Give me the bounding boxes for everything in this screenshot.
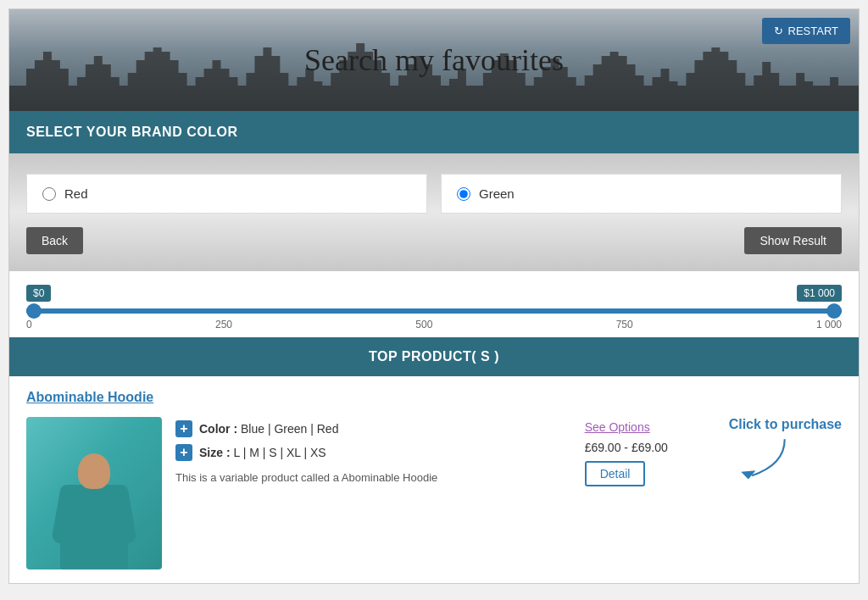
radio-red-label: Red [64,186,88,201]
slider-fill [26,308,842,314]
restart-label: RESTART [788,25,838,37]
detail-button[interactable]: Detail [585,461,646,486]
color-plus-icon: + [175,420,192,437]
radio-green[interactable] [457,187,470,201]
product-description: This is a variable product called a Abom… [175,471,571,484]
price-min-tag: $0 [26,285,51,302]
color-label: Color : Blue | Green | Red [199,422,338,436]
slider-track[interactable] [26,308,842,314]
price-range-section: $0 $1 000 0 250 500 750 1 000 [9,271,859,337]
price-max-tag: $1 000 [797,285,842,302]
product-image [26,417,162,569]
product-right-side: See Options £69.00 - £69.00 Detail Click… [585,417,842,486]
price-tick-0: 0 [26,319,32,331]
restart-icon: ↻ [774,25,783,37]
price-tick-3: 750 [616,319,633,331]
back-button[interactable]: Back [26,227,83,254]
radio-green-label: Green [479,186,515,201]
radio-option-red[interactable]: Red [26,174,427,214]
header-title: Search my favourites [304,42,564,78]
product-price: £69.00 - £69.00 [585,441,668,454]
brand-color-title: SELECT YOUR BRAND COLOR [26,125,237,139]
top-products-title: TOP PRODUCT( S ) [369,349,499,364]
product-actions: See Options £69.00 - £69.00 Detail [585,417,704,486]
restart-button[interactable]: ↻ RESTART [762,18,850,44]
click-to-purchase: Click to purchase [729,417,842,486]
page-wrapper: Search my favourites ↻ RESTART SELECT YO… [8,8,860,584]
hoodie-body [60,485,128,569]
show-result-button[interactable]: Show Result [744,227,842,254]
product-details: + Color : Blue | Green | Red + Size : L … [175,417,571,484]
arrow-icon [729,436,797,486]
price-numbers: 0 250 500 750 1 000 [26,319,842,331]
price-tick-4: 1 000 [816,319,842,331]
radio-option-green[interactable]: Green [441,174,842,214]
size-plus-icon: + [175,444,192,461]
top-products-header: TOP PRODUCT( S ) [9,337,859,376]
price-tick-1: 250 [215,319,232,331]
color-row: + Color : Blue | Green | Red [175,420,571,437]
slider-thumb-left[interactable] [26,303,42,319]
brand-color-section: SELECT YOUR BRAND COLOR [9,111,859,153]
size-label: Size : L | M | S | XL | XS [199,446,326,459]
buttons-row: Back Show Result [26,214,842,271]
product-section: Abominable Hoodie + Color : Blue | Green… [9,376,859,583]
product-row: + Color : Blue | Green | Red + Size : L … [26,417,842,569]
radio-row: Red Green [26,174,842,214]
product-title[interactable]: Abominable Hoodie [26,390,842,405]
slider-thumb-right[interactable] [826,303,842,319]
click-to-purchase-label: Click to purchase [729,417,842,432]
hoodie-figure [47,434,141,569]
radio-red[interactable] [42,187,56,201]
header-banner: Search my favourites ↻ RESTART [9,9,859,111]
price-tick-2: 500 [415,319,432,331]
hoodie-head [78,453,110,489]
options-area: Red Green Back Show Result [9,153,859,271]
price-labels-top: $0 $1 000 [26,285,842,302]
size-row: + Size : L | M | S | XL | XS [175,444,571,461]
see-options-link[interactable]: See Options [585,420,650,434]
